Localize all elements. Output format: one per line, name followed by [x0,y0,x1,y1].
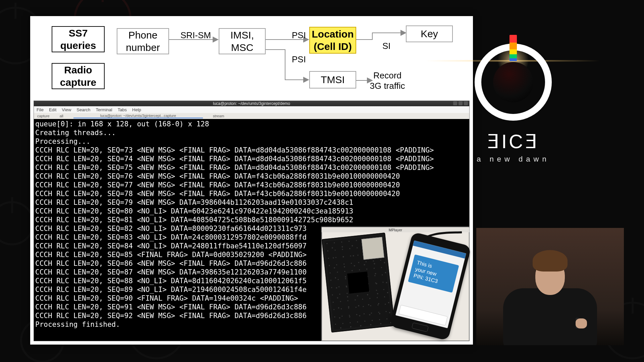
sms-bubble: This is your new PIN: 31C3 [408,254,459,293]
terminal-titlebar: luca@proton: ~/dev/umts/3gintercept/demo [34,101,469,106]
flow-label-si: SI [382,41,391,51]
close-icon[interactable] [464,101,468,105]
flow-label-record: Record 3G traffic [366,70,409,91]
flow-box-ss7: SS7 queries [52,26,105,52]
menu-search[interactable]: Search [76,107,90,112]
minimize-icon[interactable] [453,101,457,105]
menu-help[interactable]: Help [132,107,141,112]
terminal-tab[interactable]: all [60,114,63,118]
phone-screen: This is your new PIN: 31C3 [395,240,466,328]
terminal-menubar[interactable]: File Edit View Search Terminal Tabs Help [34,106,469,113]
terminal-title: luca@proton: ~/dev/umts/3gintercept/demo [213,101,290,106]
speaker-figure [500,255,600,345]
sdr-board [322,233,395,333]
terminal-tabbar[interactable]: capture all luca@proton: ~/dev/umts/3gin… [34,113,469,119]
menu-tabs[interactable]: Tabs [118,107,127,112]
flow-box-location: Location (Cell ID) [309,27,356,54]
power-logo-icon [475,44,552,121]
maximize-icon[interactable] [459,101,463,105]
menu-edit[interactable]: Edit [49,107,56,112]
phone-text-input [398,305,447,325]
flow-box-tmsi: TMSI [309,71,356,88]
terminal-tab[interactable]: capture [37,114,50,118]
hardware-photo-overlay: MPlayer This is your new PIN: 31C3 [321,227,470,341]
chip-icon [347,272,369,294]
menu-terminal[interactable]: Terminal [96,107,112,112]
flow-label-psi-lower: PSI [292,54,306,65]
ss7-flow-diagram: SS7 queries Radio capture Phone number I… [30,16,473,100]
menu-file[interactable]: File [37,107,44,112]
flow-label-sri-sm: SRI-SM [180,30,211,41]
flow-box-key: Key [406,25,453,42]
smartphone: This is your new PIN: 31C3 [389,232,472,341]
presentation-slide: SS7 queries Radio capture Phone number I… [30,16,473,345]
flow-box-phone: Phone number [117,28,169,54]
terminal-tab-active[interactable]: luca@proton: ~/dev/umts/3gintercept...ca… [73,114,203,118]
flow-box-radio: Radio capture [52,63,105,89]
flow-label-psi-upper: PSI [292,30,306,41]
speaker-camera [476,228,624,345]
rf-shield-icon [361,237,384,260]
window-controls[interactable] [453,101,468,105]
flow-box-imsi: IMSI, MSC [219,28,266,54]
menu-view[interactable]: View [62,107,71,112]
terminal-tab[interactable]: stream [213,114,224,118]
